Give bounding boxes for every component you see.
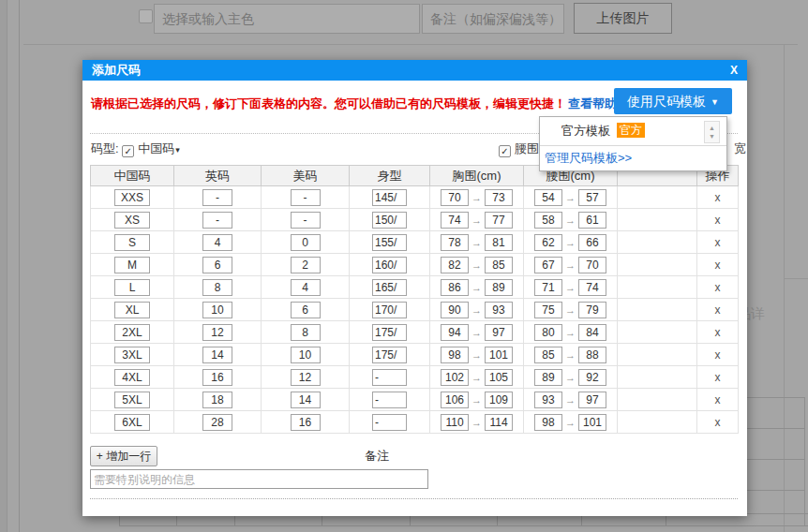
uk-size-input[interactable] xyxy=(202,414,232,431)
delete-row-button[interactable]: x xyxy=(715,326,721,339)
us-size-input[interactable] xyxy=(291,324,321,341)
bust-to-input[interactable] xyxy=(485,189,513,206)
delete-row-button[interactable]: x xyxy=(715,281,721,294)
cn-size-input[interactable] xyxy=(114,212,150,229)
uk-size-input[interactable] xyxy=(202,392,232,408)
bust-to-input[interactable] xyxy=(485,257,513,273)
bg-remark-input[interactable] xyxy=(422,4,564,34)
waist-from-input[interactable] xyxy=(534,189,562,206)
note-input[interactable] xyxy=(90,469,428,489)
uk-size-input[interactable] xyxy=(202,189,232,206)
body-type-input[interactable] xyxy=(372,414,407,431)
cn-size-checkbox[interactable]: ✓ xyxy=(122,145,134,157)
us-size-input[interactable] xyxy=(291,279,321,296)
waist-checkbox[interactable]: ✓ xyxy=(499,145,511,157)
cn-size-input[interactable] xyxy=(114,279,150,296)
scroll-up-icon[interactable]: ▲ xyxy=(709,124,715,132)
manage-templates-link[interactable]: 管理尺码模板>> xyxy=(540,145,726,170)
cn-size-input[interactable] xyxy=(114,189,150,206)
waist-to-input[interactable] xyxy=(578,414,606,431)
waist-from-input[interactable] xyxy=(534,257,562,273)
delete-row-button[interactable]: x xyxy=(715,348,721,362)
dropdown-item-official-template[interactable]: 官方模板官方 ▲ ▼ xyxy=(540,117,726,145)
delete-row-button[interactable]: x xyxy=(715,214,721,227)
cn-size-input[interactable] xyxy=(114,369,150,386)
us-size-input[interactable] xyxy=(291,392,321,408)
bust-to-input[interactable] xyxy=(485,279,513,296)
delete-row-button[interactable]: x xyxy=(715,259,721,272)
bust-to-input[interactable] xyxy=(485,414,513,431)
body-type-input[interactable] xyxy=(372,369,407,386)
scroll-down-icon[interactable]: ▼ xyxy=(709,132,715,140)
add-row-button[interactable]: + 增加一行 xyxy=(90,446,157,466)
waist-to-input[interactable] xyxy=(578,212,606,229)
uk-size-input[interactable] xyxy=(202,234,232,251)
waist-from-input[interactable] xyxy=(534,392,562,408)
bust-to-input[interactable] xyxy=(485,212,513,229)
waist-to-input[interactable] xyxy=(578,189,606,206)
bust-to-input[interactable] xyxy=(485,369,513,386)
bust-from-input[interactable] xyxy=(441,392,469,408)
body-type-input[interactable] xyxy=(372,257,407,273)
cn-size-input[interactable] xyxy=(114,324,150,341)
body-type-input[interactable] xyxy=(372,212,407,229)
bust-from-input[interactable] xyxy=(441,324,469,341)
waist-to-input[interactable] xyxy=(578,257,606,273)
bust-from-input[interactable] xyxy=(441,347,469,363)
cn-size-input[interactable] xyxy=(114,414,150,431)
uk-size-input[interactable] xyxy=(202,302,232,318)
uk-size-input[interactable] xyxy=(202,279,232,296)
us-size-input[interactable] xyxy=(291,369,321,386)
delete-row-button[interactable]: x xyxy=(715,303,721,317)
uk-size-input[interactable] xyxy=(202,369,232,386)
delete-row-button[interactable]: x xyxy=(715,393,721,406)
waist-to-input[interactable] xyxy=(578,302,606,318)
delete-row-button[interactable]: x xyxy=(715,236,721,249)
delete-row-button[interactable]: x xyxy=(715,191,721,204)
waist-from-input[interactable] xyxy=(534,302,562,318)
us-size-input[interactable] xyxy=(291,234,321,251)
us-size-input[interactable] xyxy=(291,347,321,363)
bust-to-input[interactable] xyxy=(485,347,513,363)
delete-row-button[interactable]: x xyxy=(715,416,721,429)
waist-to-input[interactable] xyxy=(578,347,606,363)
waist-to-input[interactable] xyxy=(578,369,606,386)
waist-to-input[interactable] xyxy=(578,279,606,296)
uk-size-input[interactable] xyxy=(202,347,232,363)
bust-from-input[interactable] xyxy=(441,257,469,273)
delete-row-button[interactable]: x xyxy=(715,371,721,384)
body-type-input[interactable] xyxy=(372,189,407,206)
waist-to-input[interactable] xyxy=(578,324,606,341)
bust-to-input[interactable] xyxy=(485,392,513,408)
bust-from-input[interactable] xyxy=(441,212,469,229)
waist-from-input[interactable] xyxy=(534,324,562,341)
body-type-input[interactable] xyxy=(372,347,407,363)
bust-from-input[interactable] xyxy=(441,234,469,251)
uk-size-input[interactable] xyxy=(202,324,232,341)
us-size-input[interactable] xyxy=(291,189,321,206)
dropdown-scrollbar[interactable]: ▲ ▼ xyxy=(704,121,720,143)
us-size-input[interactable] xyxy=(291,257,321,273)
body-type-input[interactable] xyxy=(372,279,407,296)
bust-from-input[interactable] xyxy=(441,369,469,386)
cn-size-input[interactable] xyxy=(114,347,150,363)
waist-from-input[interactable] xyxy=(534,212,562,229)
waist-to-input[interactable] xyxy=(578,392,606,408)
cn-size-option[interactable]: 中国码 xyxy=(138,141,174,155)
bust-from-input[interactable] xyxy=(441,279,469,296)
cn-size-input[interactable] xyxy=(114,257,150,273)
body-type-input[interactable] xyxy=(372,234,407,251)
waist-from-input[interactable] xyxy=(534,279,562,296)
us-size-input[interactable] xyxy=(291,212,321,229)
body-type-input[interactable] xyxy=(372,302,407,318)
uk-size-input[interactable] xyxy=(202,212,232,229)
bust-to-input[interactable] xyxy=(485,234,513,251)
waist-from-input[interactable] xyxy=(534,347,562,363)
help-link[interactable]: 查看帮助 xyxy=(568,96,617,111)
use-size-template-button[interactable]: 使用尺码模板▼ xyxy=(614,88,732,114)
body-type-input[interactable] xyxy=(372,392,407,408)
cn-size-input[interactable] xyxy=(114,302,150,318)
close-icon[interactable]: X xyxy=(730,60,738,81)
waist-from-input[interactable] xyxy=(534,369,562,386)
us-size-input[interactable] xyxy=(291,414,321,431)
